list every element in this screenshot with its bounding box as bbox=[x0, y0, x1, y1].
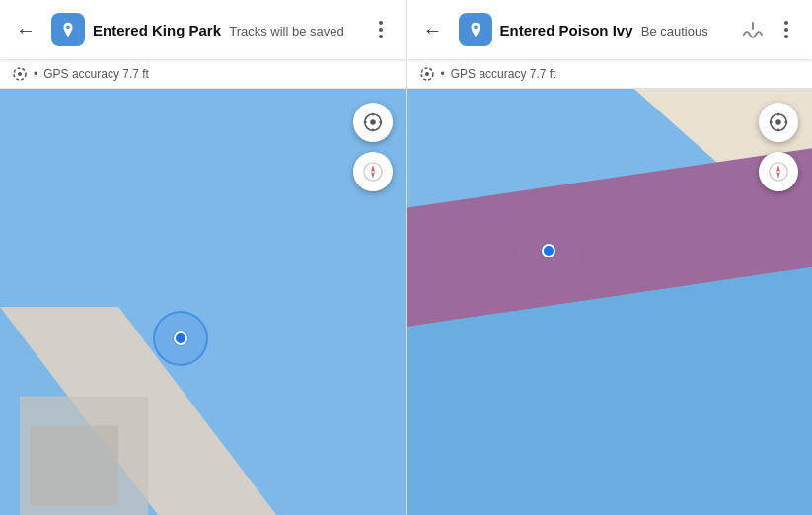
right-back-arrow-icon: ← bbox=[423, 19, 443, 41]
left-more-icon bbox=[379, 21, 383, 38]
left-location-dot bbox=[174, 331, 187, 345]
right-back-button[interactable]: ← bbox=[415, 12, 451, 47]
left-gps-button[interactable] bbox=[353, 103, 393, 142]
caution-wave-icon bbox=[742, 21, 764, 38]
left-gps-status: GPS accuracy 7.7 ft bbox=[43, 67, 149, 81]
left-back-button[interactable]: ← bbox=[8, 12, 43, 47]
svg-point-7 bbox=[370, 119, 376, 125]
right-app-icon bbox=[459, 13, 492, 46]
right-more-icon bbox=[784, 21, 788, 38]
left-accuracy-icon bbox=[12, 66, 28, 82]
left-back-arrow-icon: ← bbox=[16, 19, 36, 41]
left-compass-button[interactable] bbox=[353, 152, 393, 191]
right-gps-button[interactable] bbox=[759, 103, 798, 142]
right-more-button[interactable] bbox=[769, 12, 804, 47]
left-top-bar: ← Entered King Park Tracks will be saved bbox=[0, 0, 406, 59]
svg-point-25 bbox=[775, 119, 781, 125]
right-map-background bbox=[407, 89, 813, 515]
right-title-main: Entered Poison Ivy Be cautious bbox=[500, 22, 740, 38]
right-top-bar: ← Entered Poison Ivy Be cautious bbox=[407, 0, 813, 59]
right-gps-status: GPS accuracy 7.7 ft bbox=[451, 67, 556, 81]
left-map-controls bbox=[353, 103, 393, 191]
right-title-sub: Be cautious bbox=[641, 24, 708, 38]
right-map-svg bbox=[407, 89, 813, 515]
right-accuracy-icon bbox=[419, 66, 435, 82]
left-title-bold: Entered King Park bbox=[93, 22, 221, 38]
right-status-bar: • GPS accuracy 7.7 ft bbox=[407, 59, 813, 89]
warning-icon bbox=[739, 16, 767, 43]
right-compass-icon bbox=[768, 161, 789, 183]
right-panel: ← Entered Poison Ivy Be cautious bbox=[406, 0, 813, 515]
svg-point-2 bbox=[18, 72, 22, 76]
right-map-area[interactable] bbox=[407, 89, 813, 515]
right-title-bold: Entered Poison Ivy bbox=[500, 22, 633, 38]
left-compass-icon bbox=[362, 161, 384, 183]
left-app-icon bbox=[51, 13, 85, 46]
left-gps-icon bbox=[362, 111, 384, 133]
svg-rect-5 bbox=[30, 426, 118, 505]
svg-point-18 bbox=[425, 72, 429, 76]
left-title-sub: Tracks will be saved bbox=[229, 24, 344, 38]
right-map-controls bbox=[759, 103, 798, 191]
left-map-area[interactable] bbox=[0, 89, 406, 515]
left-title-main: Entered King Park Tracks will be saved bbox=[93, 22, 363, 38]
right-compass-button[interactable] bbox=[759, 152, 798, 191]
left-title-area: Entered King Park Tracks will be saved bbox=[93, 22, 363, 38]
left-more-button[interactable] bbox=[363, 12, 399, 47]
left-map-background bbox=[0, 89, 406, 515]
left-panel: ← Entered King Park Tracks will be saved… bbox=[0, 0, 406, 515]
left-map-svg bbox=[0, 89, 406, 515]
right-title-area: Entered Poison Ivy Be cautious bbox=[500, 22, 740, 38]
right-gps-icon bbox=[768, 111, 789, 133]
left-status-bar: • GPS accuracy 7.7 ft bbox=[0, 59, 406, 89]
